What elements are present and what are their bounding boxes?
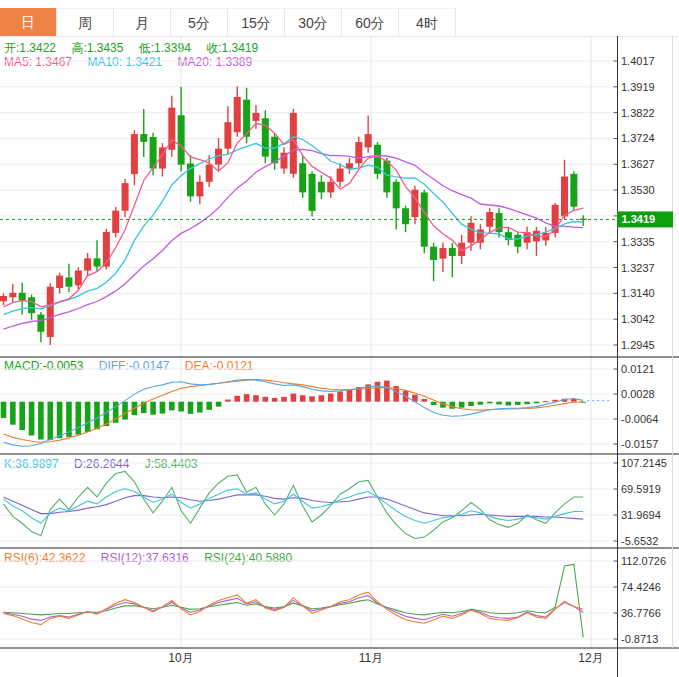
- macd-bar: [543, 401, 549, 402]
- trading-chart-widget: 日周月5分15分30分60分4时 开:1.3422 高:1.3435 低:1.3…: [0, 0, 679, 677]
- macd-bar: [421, 399, 427, 402]
- axis-label: 69.5919: [621, 483, 661, 495]
- candle-body: [383, 161, 390, 193]
- candle-body: [365, 134, 372, 147]
- axis-label: 0.0121: [621, 363, 655, 375]
- macd-bar: [57, 402, 63, 438]
- candle-body: [206, 165, 213, 182]
- candle-body: [355, 142, 362, 163]
- axis-label: 112.0726: [621, 555, 666, 567]
- candle-body: [196, 182, 203, 197]
- macd-bar: [319, 395, 325, 401]
- macd-bar: [496, 402, 502, 405]
- axis-label: 1.4017: [621, 55, 655, 67]
- axis-label: -5.6532: [621, 535, 658, 547]
- macd-bar: [169, 402, 175, 411]
- macd-bar: [309, 396, 315, 401]
- axis-label: 1.3724: [621, 132, 655, 144]
- macd-bar: [47, 402, 53, 440]
- macd-bar: [272, 398, 278, 402]
- candle-body: [514, 235, 521, 247]
- macd-bar: [38, 402, 44, 440]
- candle-body: [47, 287, 54, 337]
- price-tag-text: 1.3419: [622, 213, 656, 225]
- candle-body: [178, 115, 185, 164]
- macd-bar: [478, 402, 484, 405]
- candle-body: [393, 182, 400, 208]
- candle-body: [103, 232, 110, 267]
- candle-body: [224, 122, 231, 148]
- macd-bar: [291, 394, 297, 402]
- candle-body: [299, 163, 306, 192]
- macd-bar: [10, 402, 16, 425]
- axis-label: 1.3822: [621, 107, 655, 119]
- j-line: [4, 471, 584, 538]
- axis-label: 31.9694: [621, 509, 661, 521]
- macd-bar: [216, 402, 222, 407]
- macd-bar: [384, 381, 390, 402]
- macd-bar: [122, 402, 128, 420]
- axis-label: -0.0157: [621, 438, 658, 450]
- axis-label: 1.3530: [621, 184, 655, 196]
- candle-body: [37, 315, 44, 332]
- candle-body: [65, 277, 72, 286]
- month-axis-labels: 10月11月12月: [168, 651, 603, 665]
- macd-bar: [188, 402, 194, 414]
- macd-bar: [234, 396, 240, 402]
- macd-bar: [534, 402, 540, 404]
- macd-bar: [300, 395, 306, 401]
- axis-label: 1.3919: [621, 81, 655, 93]
- candle-body: [570, 174, 577, 207]
- macd-bar: [487, 402, 493, 404]
- macd-bar: [76, 402, 82, 435]
- rsi12-line: [4, 596, 584, 621]
- macd-bar: [347, 390, 353, 402]
- diff-line: [4, 380, 584, 447]
- candle-body: [56, 276, 63, 288]
- macd-bar: [450, 402, 456, 409]
- macd-bar: [431, 402, 437, 405]
- macd-bar: [459, 402, 465, 408]
- macd-bar: [515, 402, 521, 405]
- axis-label: 1.2945: [621, 339, 655, 351]
- macd-bar: [85, 402, 91, 432]
- dea-line: [4, 380, 584, 443]
- candle-body: [449, 248, 456, 256]
- month-label: 11月: [359, 651, 383, 665]
- candle-body: [337, 169, 344, 182]
- candle-body: [439, 248, 446, 259]
- macd-bar: [253, 395, 259, 401]
- candle-body: [0, 296, 7, 301]
- candle-body: [75, 271, 82, 286]
- axis-label: 1.3335: [621, 236, 655, 248]
- axis-label: 1.3237: [621, 262, 655, 274]
- macd-bar: [1, 402, 7, 418]
- macd-bar: [328, 394, 334, 402]
- panel-separators: [0, 36, 679, 677]
- macd-bar: [160, 402, 166, 414]
- candle-body: [122, 183, 129, 211]
- axis-label: -0.8713: [621, 633, 658, 645]
- axis-label: 107.2145: [621, 457, 667, 469]
- candle-body: [318, 182, 325, 193]
- candle-body: [28, 297, 35, 313]
- candle-body: [327, 182, 334, 193]
- axis-label: 1.3627: [621, 158, 655, 170]
- candle-body: [9, 293, 16, 298]
- axis-label: 0.0028: [621, 388, 655, 400]
- candle-body: [309, 174, 316, 211]
- candle-body: [430, 247, 437, 260]
- macd-bar: [281, 397, 287, 402]
- month-label: 12月: [578, 651, 603, 665]
- candle-body: [84, 258, 91, 270]
- macd-bar: [225, 400, 231, 402]
- macd-bar: [375, 382, 381, 402]
- candle-body: [561, 177, 568, 217]
- candle-body: [112, 211, 119, 233]
- macd-bar: [150, 402, 156, 415]
- macd-bar: [337, 391, 343, 401]
- macd-bar: [206, 402, 212, 410]
- macd-bar: [506, 402, 512, 406]
- macd-bar: [19, 402, 25, 430]
- candle-body: [262, 118, 269, 156]
